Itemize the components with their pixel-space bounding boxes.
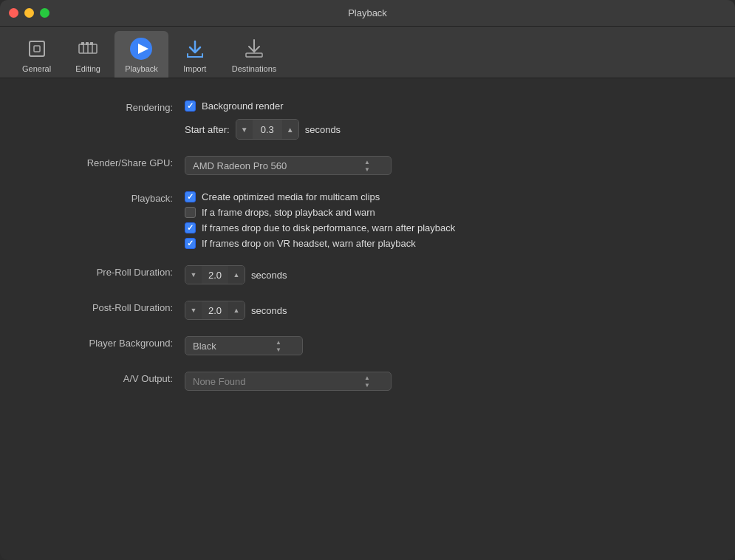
preroll-up[interactable]: ▲ [228,266,245,284]
av-output-arrows: ▲ ▼ [364,375,370,389]
preroll-down[interactable]: ▼ [185,266,202,284]
playback-row: Playback: Create optimized media for mul… [30,191,705,249]
toolbar-item-import[interactable]: Import [171,31,219,78]
svg-rect-0 [30,41,44,56]
render-gpu-label: Render/Share GPU: [30,156,185,168]
svg-rect-8 [90,42,93,45]
av-output-label: A/V Output: [30,372,185,384]
toolbar-item-destinations[interactable]: Destinations [222,31,287,78]
postroll-duration-row: ▼ 2.0 ▲ seconds [185,301,287,320]
preroll-stepper[interactable]: ▼ 2.0 ▲ [185,265,245,284]
close-button[interactable] [9,8,18,18]
destinations-icon [241,35,267,62]
preroll-seconds-label: seconds [251,270,287,281]
start-after-value: 0.3 [253,124,282,135]
render-gpu-control: AMD Radeon Pro 560 ▲ ▼ [185,156,392,175]
background-render-row: Background render [185,100,341,112]
preroll-label: Pre-Roll Duration: [30,265,185,278]
playback-option-3: If frames drop on VR headset, warn after… [185,238,455,249]
render-gpu-dropdown[interactable]: AMD Radeon Pro 560 ▲ ▼ [185,156,392,175]
start-after-up[interactable]: ▲ [282,120,298,139]
playback-option-1: If a frame drops, stop playback and warn [185,207,455,218]
content-area: Rendering: Background render Start after… [0,78,735,560]
playback-checkbox-2[interactable] [185,222,196,233]
player-bg-label: Player Background: [30,336,185,349]
playback-option-2-label: If frames drop due to disk performance, … [202,222,455,233]
start-after-row: Start after: ▼ 0.3 ▲ seconds [185,119,341,140]
av-output-dropdown[interactable]: None Found ▲ ▼ [185,372,392,391]
toolbar-item-general[interactable]: General [12,31,61,78]
postroll-control: ▼ 2.0 ▲ seconds [185,301,287,320]
render-gpu-row: Render/Share GPU: AMD Radeon Pro 560 ▲ ▼ [30,156,705,175]
editing-icon [75,35,101,62]
postroll-label: Post-Roll Duration: [30,301,185,313]
toolbar: General Editing [0,27,735,78]
render-gpu-value: AMD Radeon Pro 560 [193,160,287,171]
preroll-duration-row: ▼ 2.0 ▲ seconds [185,265,287,284]
player-bg-control: Black ▲ ▼ [185,336,303,355]
postroll-row: Post-Roll Duration: ▼ 2.0 ▲ seconds [30,301,705,320]
svg-rect-6 [81,42,84,45]
postroll-seconds-label: seconds [251,305,287,316]
toolbar-item-playback[interactable]: Playback [114,31,168,78]
playback-option-3-label: If frames drop on VR headset, warn after… [202,238,416,249]
start-after-label: Start after: [185,124,230,135]
start-after-down[interactable]: ▼ [236,120,253,139]
minimize-button[interactable] [24,8,34,18]
preroll-row: Pre-Roll Duration: ▼ 2.0 ▲ seconds [30,265,705,284]
playback-checkbox-1[interactable] [185,207,196,218]
postroll-up[interactable]: ▲ [228,301,245,319]
svg-rect-7 [86,42,89,45]
traffic-lights [9,8,49,18]
editing-label: Editing [75,64,100,73]
svg-rect-11 [246,53,262,57]
playback-option-1-label: If a frame drops, stop playback and warn [202,207,375,218]
av-output-row: A/V Output: None Found ▲ ▼ [30,372,705,391]
player-background-row: Player Background: Black ▲ ▼ [30,336,705,355]
general-label: General [22,64,51,73]
rendering-row: Rendering: Background render Start after… [30,100,705,140]
av-output-control: None Found ▲ ▼ [185,372,392,391]
postroll-down[interactable]: ▼ [185,301,202,319]
general-icon [24,35,50,62]
playback-checkbox-0[interactable] [185,191,196,202]
player-bg-dropdown[interactable]: Black ▲ ▼ [185,336,303,355]
av-output-value: None Found [193,376,246,387]
toolbar-item-editing[interactable]: Editing [64,31,112,78]
player-bg-arrows: ▲ ▼ [276,339,281,353]
window: Playback General [0,0,735,560]
playback-label: Playback [125,64,158,73]
rendering-control: Background render Start after: ▼ 0.3 ▲ s… [185,100,341,140]
postroll-value: 2.0 [202,305,228,316]
svg-rect-1 [34,46,40,52]
preroll-value: 2.0 [202,270,228,281]
start-after-stepper[interactable]: ▼ 0.3 ▲ [236,119,299,140]
destinations-label: Destinations [232,64,277,73]
background-render-checkbox[interactable] [185,100,196,112]
window-title: Playback [348,7,387,18]
import-icon [182,35,208,62]
preroll-control: ▼ 2.0 ▲ seconds [185,265,287,284]
start-after-seconds: seconds [305,124,341,135]
playback-option-2: If frames drop due to disk performance, … [185,222,455,233]
playback-checkbox-3[interactable] [185,238,196,249]
playback-option-0: Create optimized media for multicam clip… [185,191,455,202]
render-gpu-arrows: ▲ ▼ [364,159,370,173]
rendering-label: Rendering: [30,100,185,113]
playback-option-0-label: Create optimized media for multicam clip… [202,191,380,202]
playback-label: Playback: [30,191,185,204]
maximize-button[interactable] [40,8,49,18]
title-bar: Playback [0,0,735,27]
background-render-label: Background render [202,100,284,112]
postroll-stepper[interactable]: ▼ 2.0 ▲ [185,301,245,320]
playback-icon [128,35,154,62]
player-bg-value: Black [193,341,216,352]
playback-control: Create optimized media for multicam clip… [185,191,455,249]
import-label: Import [183,64,206,73]
